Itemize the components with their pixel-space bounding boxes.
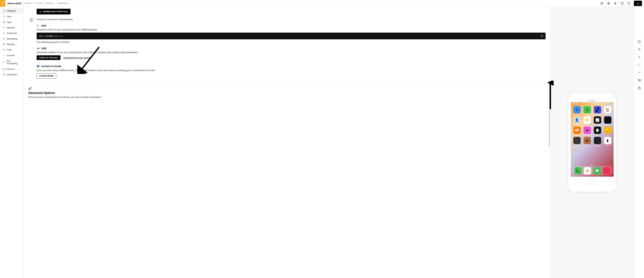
power-button[interactable] [634,1,642,6]
learn-more-button[interactable]: LEARN MORE [36,73,56,79]
svg-point-20 [39,48,39,49]
terminal-icon [36,24,40,27]
sidebar-item-label: Sensors [7,68,15,70]
phone-home-button[interactable] [589,178,596,185]
sidebar-item-coretrace[interactable]: CoreTrace [1,31,22,36]
phone-app[interactable]: ★iTunes Store [582,127,592,136]
phone-app-label: Tips [606,134,609,136]
phone-app-icon: 📁 [584,116,591,124]
svg-rect-4 [616,2,616,4]
phone-app[interactable]: 📈Stocks [592,116,602,126]
device-os: 15.7.6 [36,2,42,5]
phone-app[interactable]: ⟐Substitute [592,137,602,146]
phone-app-icon: 👤 [573,116,581,124]
phone-app[interactable]: 📁Files [582,116,592,126]
sidebar-item-apps[interactable]: Apps [1,20,22,25]
phone-dock-app[interactable]: 🧭 [584,167,591,174]
svg-rect-9 [3,22,4,23]
sidebar-item-label: CoreTrace [7,32,17,35]
volume-button[interactable] [636,62,642,68]
sidebar-item-label: Console [7,54,15,57]
phone-app-label: Utilities [575,145,579,146]
phone-app[interactable]: 📖Books [572,127,582,136]
sidebar-item-port-forwarding[interactable]: Port Forwarding [1,58,22,66]
keyboard-button[interactable] [636,77,642,83]
phone-app[interactable]: ▞Shortcuts [592,106,602,115]
phone-app-label: iTunes Store [583,134,591,136]
topbar-actions [598,0,644,7]
sidebar: Connect Files Apps Network CoreTrace Mes… [0,7,24,278]
device-preview: Searching 📶 7:40 AM 🔋 ☀Weather◎Find My▞S… [550,7,634,278]
phone-app-icon: ◍ [584,137,591,144]
svg-point-19 [37,48,38,49]
xcode-icon [36,65,40,68]
chat-icon [3,38,6,40]
sidebar-item-sensors[interactable]: ((•)) Sensors [1,66,22,72]
forward-icon [3,61,5,63]
phone-bezel: Searching 📶 7:40 AM 🔋 ☀Weather◎Find My▞S… [568,93,616,192]
phone-app[interactable]: 👤Contacts [572,116,582,126]
phone-dock[interactable]: 📞🧭💬🎵 [572,166,612,175]
search-icon [3,32,6,35]
rotate-button[interactable] [605,0,612,7]
sidebar-item-frida[interactable]: ℝ Frida [1,47,22,53]
copy-button[interactable] [540,35,543,37]
download-ovpn-button[interactable]: DOWNLOAD OVPN FILE [36,9,70,15]
main-panel[interactable]: DOWNLOAD OVPN FILE 2 Choose a connection… [24,7,550,278]
scrollbar-thumb[interactable] [549,110,550,147]
phone-dock-app[interactable]: 📞 [574,167,582,174]
sidebar-item-label: Port Forwarding [6,60,21,65]
linux-source-link[interactable]: Download the Linux source [64,57,90,59]
phone-app[interactable]: ☀Weather [572,106,582,115]
file-icon [3,16,6,18]
brightness-button[interactable] [636,46,642,52]
button-label: USBFLUX FOR MAC [39,57,58,59]
zoom-out-button[interactable] [636,70,642,75]
zoom-in-button[interactable] [636,54,642,60]
org-badge[interactable]: D [0,0,6,7]
ssh-password-note: The default password is alpine [36,41,546,43]
advanced-desc: Once you have connected to your device, … [28,96,546,98]
phone-page-indicator [571,165,614,165]
usbflux-mac-button[interactable]: USBFLUX FOR MAC [36,55,60,60]
sidebar-item-settings[interactable]: Settings [1,42,22,47]
sidebar-item-label: Snapshots [7,73,17,76]
sidebar-item-console[interactable]: Console [1,53,22,58]
phone-app-label: Weather [574,114,579,115]
volume-icon [638,63,641,66]
pause-button[interactable] [612,0,618,7]
phone-app[interactable]: 💡Tips [603,127,612,136]
topbar: D mirror-raisin (iPhone 7 | 15.7.6 | 19H… [0,0,644,7]
phone-app[interactable]: ▮Cafe [603,137,612,146]
phone-dock-app[interactable]: 🎵 [603,167,610,174]
delete-button[interactable] [625,0,632,7]
phone-dock-app[interactable]: 💬 [594,167,601,174]
svg-rect-18 [542,36,543,37]
phone-app-label: Cafe [606,145,609,146]
svg-rect-7 [4,21,5,22]
phone-app[interactable]: 🏠Home [603,106,612,115]
phone-app[interactable]: ◍Cydia [582,137,592,146]
phone-app-label: Cydia [586,145,589,146]
sidebar-item-snapshots[interactable]: Snapshots [1,72,22,77]
sidebar-item-files[interactable]: Files [1,14,22,19]
phone-app-grid[interactable]: ☀Weather◎Find My▞Shortcuts🏠Home👤Contacts… [571,105,614,147]
phone-app-icon: ▞ [594,106,601,113]
phone-app-icon: 💡 [604,127,612,134]
device-meta: (iPhone 7 | 15.7.6 | 19H349 | ✓ Jailbrok… [23,2,70,5]
grid-icon [3,21,6,23]
sidebar-item-network[interactable]: Network [1,25,22,30]
power-icon [636,2,639,5]
home-button[interactable] [636,39,642,44]
phone-app[interactable]: ⌚Watch [592,127,602,136]
open-external-button[interactable] [598,0,605,7]
phone-app[interactable]: ⋮⋮Utilities [572,137,582,146]
sidebar-item-connect[interactable]: Connect [1,8,22,14]
sidebar-item-messaging[interactable]: Messaging [1,36,22,41]
phone-app[interactable]: ◎Find My [582,106,592,115]
svg-line-12 [4,34,5,34]
phone-app[interactable]: ATranslate [603,116,612,126]
refresh-button[interactable] [618,0,625,7]
phone-screen[interactable]: Searching 📶 7:40 AM 🔋 ☀Weather◎Find My▞S… [571,102,614,177]
lock-button[interactable] [636,85,642,91]
